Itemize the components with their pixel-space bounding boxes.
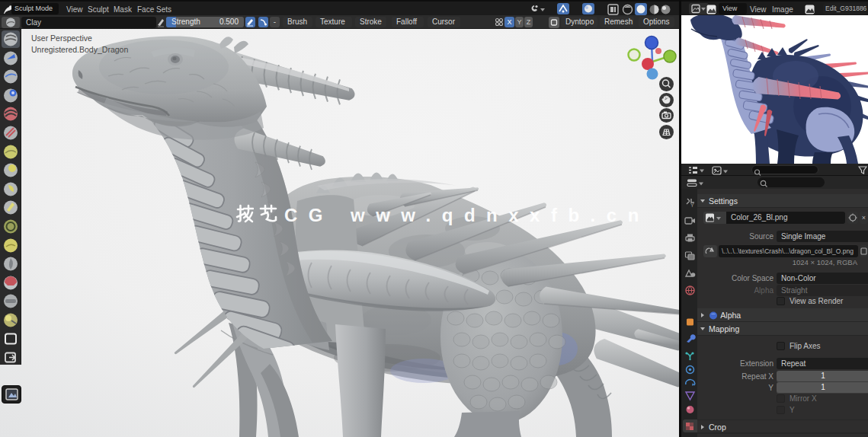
svg-text:Y: Y (690, 203, 694, 208)
